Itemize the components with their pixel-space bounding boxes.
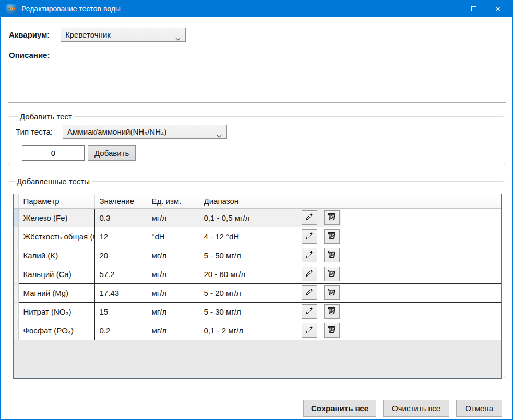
pencil-icon bbox=[305, 287, 314, 298]
table-cell-range: 5 - 20 мг/л bbox=[199, 283, 297, 302]
table-cell-value: 17.43 bbox=[94, 283, 147, 302]
table-row[interactable]: Калий (K) 20 мг/л 5 - 50 мг/л bbox=[14, 246, 502, 265]
column-header-range[interactable]: Диапазон bbox=[199, 194, 297, 208]
table-cell-range: 0,1 - 2 мг/л bbox=[199, 321, 297, 340]
table-cell-filler bbox=[341, 208, 502, 227]
delete-row-button[interactable] bbox=[324, 248, 340, 262]
chevron-down-icon bbox=[175, 33, 181, 42]
table-cell-filler bbox=[341, 302, 502, 321]
close-button[interactable]: × bbox=[486, 1, 510, 17]
edit-row-button[interactable] bbox=[302, 229, 317, 244]
delete-row-button[interactable] bbox=[324, 229, 340, 244]
fish-app-icon bbox=[6, 4, 17, 14]
description-textarea[interactable] bbox=[8, 63, 506, 103]
table-cell-value: 0.3 bbox=[94, 208, 147, 227]
table-cell-filler bbox=[341, 283, 502, 302]
maximize-button[interactable] bbox=[462, 1, 486, 17]
row-selector-cell[interactable] bbox=[14, 283, 18, 302]
table-row[interactable]: Фосфат (PO₄) 0.2 мг/л 0,1 - 2 мг/л bbox=[14, 321, 502, 340]
edit-row-button[interactable] bbox=[302, 248, 317, 262]
description-label: Описание: bbox=[9, 51, 505, 59]
delete-row-button[interactable] bbox=[324, 323, 340, 338]
row-selector-cell[interactable] bbox=[14, 265, 18, 283]
edit-row-button[interactable] bbox=[302, 304, 317, 319]
dialog-window: Редактирование тестов воды × Аквариум: К… bbox=[0, 0, 513, 420]
table-cell-range: 0,1 - 0,5 мг/л bbox=[199, 208, 297, 227]
delete-row-button[interactable] bbox=[324, 210, 340, 225]
delete-row-button[interactable] bbox=[324, 304, 340, 319]
test-value-input[interactable] bbox=[22, 145, 85, 161]
table-cell-filler bbox=[341, 246, 502, 265]
row-selector-cell[interactable] bbox=[14, 227, 18, 246]
trash-icon bbox=[327, 269, 336, 279]
table-cell-range: 5 - 30 мг/л bbox=[199, 302, 297, 321]
row-selector-cell[interactable] bbox=[14, 302, 18, 321]
row-selector-cell[interactable] bbox=[14, 246, 18, 265]
table-cell-unit: °dH bbox=[147, 227, 199, 246]
table-cell-filler bbox=[341, 265, 502, 283]
test-type-select-value: Аммиак/аммоний(NH₃/NH₄) bbox=[67, 127, 166, 136]
table-cell-unit: мг/л bbox=[147, 265, 199, 283]
table-cell-actions bbox=[297, 321, 341, 340]
pencil-icon bbox=[305, 306, 314, 317]
column-header-unit[interactable]: Ед. изм. bbox=[147, 194, 199, 208]
cancel-button[interactable]: Отмена bbox=[456, 400, 502, 417]
table-cell-param: Железо (Fe) bbox=[18, 208, 94, 227]
table-cell-value: 12 bbox=[94, 227, 147, 246]
row-selector-cell[interactable] bbox=[14, 208, 18, 227]
added-tests-legend: Добавленные тесты bbox=[15, 177, 92, 186]
table-row[interactable]: Нитрат (NO₃) 15 мг/л 5 - 30 мг/л bbox=[14, 302, 502, 321]
window-title: Редактирование тестов воды bbox=[21, 5, 438, 13]
pencil-icon bbox=[305, 231, 314, 242]
pencil-icon bbox=[305, 269, 314, 279]
delete-row-button[interactable] bbox=[324, 285, 340, 300]
column-header-filler bbox=[341, 194, 502, 208]
chevron-down-icon bbox=[217, 130, 222, 139]
aquarium-select-value: Креветочник bbox=[65, 30, 111, 39]
edit-row-button[interactable] bbox=[302, 323, 317, 338]
table-row[interactable]: Магний (Mg) 17.43 мг/л 5 - 20 мг/л bbox=[14, 283, 502, 302]
tests-grid: Параметр Значение Ед. изм. Диапазон Желе… bbox=[13, 194, 502, 379]
table-cell-unit: мг/л bbox=[147, 302, 199, 321]
table-cell-param: Фосфат (PO₄) bbox=[18, 321, 94, 340]
table-cell-unit: мг/л bbox=[147, 246, 199, 265]
table-cell-param: Нитрат (NO₃) bbox=[18, 302, 94, 321]
table-cell-param: Магний (Mg) bbox=[18, 283, 94, 302]
table-cell-value: 20 bbox=[94, 246, 147, 265]
table-cell-value: 0.2 bbox=[94, 321, 147, 340]
column-header-value[interactable]: Значение bbox=[94, 194, 147, 208]
maximize-icon bbox=[471, 6, 476, 11]
clear-all-button[interactable]: Очистить все bbox=[383, 400, 449, 417]
trash-icon bbox=[327, 306, 336, 317]
delete-row-button[interactable] bbox=[324, 267, 340, 281]
titlebar: Редактирование тестов воды × bbox=[1, 1, 512, 17]
column-header-param[interactable]: Параметр bbox=[18, 194, 94, 208]
row-selector-cell[interactable] bbox=[14, 321, 18, 340]
add-test-button[interactable]: Добавить bbox=[88, 145, 136, 161]
edit-row-button[interactable] bbox=[302, 285, 317, 300]
minimize-button[interactable] bbox=[438, 1, 462, 17]
edit-row-button[interactable] bbox=[302, 267, 317, 281]
column-header-actions bbox=[297, 194, 341, 208]
table-row[interactable]: Кальций (Ca) 57.2 мг/л 20 - 60 мг/л bbox=[14, 265, 502, 283]
table-cell-value: 57.2 bbox=[94, 265, 147, 283]
table-cell-unit: мг/л bbox=[147, 283, 199, 302]
row-selector-header bbox=[14, 194, 18, 208]
table-cell-filler bbox=[341, 321, 502, 340]
trash-icon bbox=[327, 325, 336, 335]
add-test-legend: Добавить тест bbox=[18, 112, 74, 121]
pencil-icon bbox=[305, 250, 314, 260]
table-row[interactable]: Жёсткость общая (GH) 12 °dH 4 - 12 °dH bbox=[14, 227, 502, 246]
table-row[interactable]: Железо (Fe) 0.3 мг/л 0,1 - 0,5 мг/л bbox=[14, 208, 502, 227]
table-cell-actions bbox=[297, 246, 341, 265]
save-all-button[interactable]: Сохранить все bbox=[303, 400, 376, 417]
table-cell-value: 15 bbox=[94, 302, 147, 321]
trash-icon bbox=[327, 212, 336, 223]
test-type-select[interactable]: Аммиак/аммоний(NH₃/NH₄) bbox=[63, 125, 227, 139]
aquarium-select[interactable]: Креветочник bbox=[61, 28, 186, 42]
edit-row-button[interactable] bbox=[302, 210, 317, 225]
table-cell-actions bbox=[297, 302, 341, 321]
table-cell-actions bbox=[297, 208, 341, 227]
close-icon: × bbox=[495, 5, 500, 14]
trash-icon bbox=[327, 231, 336, 242]
